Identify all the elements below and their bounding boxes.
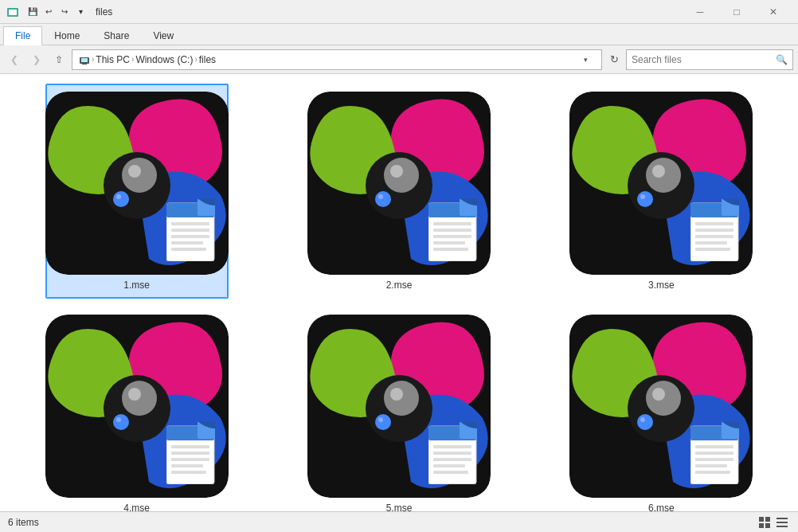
address-bar: ❮ ❯ ⇧ › This PC › Windows (C:) › files ▾… [0, 45, 798, 74]
svg-rect-91 [759, 523, 764, 528]
quick-access-bar: 💾 ↩ ↪ ▾ [25, 5, 88, 19]
svg-rect-94 [776, 522, 788, 523]
doc-overlay-1 [166, 194, 224, 264]
svg-rect-58 [171, 458, 209, 461]
file-icon-2 [307, 92, 491, 275]
svg-rect-17 [171, 241, 203, 244]
file-item-2[interactable]: 2.mse [307, 84, 491, 299]
svg-rect-74 [433, 471, 468, 474]
svg-rect-3 [81, 58, 88, 62]
file-grid: 1.mse [0, 74, 798, 511]
minimize-button[interactable]: ─ [682, 0, 718, 24]
svg-rect-45 [695, 241, 727, 244]
svg-point-37 [637, 191, 653, 207]
back-button[interactable]: ❮ [5, 50, 24, 69]
svg-rect-72 [433, 458, 471, 461]
svg-rect-70 [433, 445, 471, 448]
svg-point-36 [652, 165, 665, 178]
file-label-3: 3.mse [648, 280, 675, 291]
svg-rect-42 [695, 222, 733, 225]
svg-rect-95 [776, 526, 788, 527]
file-icon-3 [569, 92, 753, 275]
file-label-6: 6.mse [648, 503, 675, 511]
file-label-4: 4.mse [123, 503, 150, 511]
svg-rect-84 [695, 445, 733, 448]
svg-point-51 [113, 414, 129, 430]
svg-rect-32 [433, 248, 468, 251]
search-icon: 🔍 [776, 54, 788, 65]
ribbon-tabs: File Home Share View [0, 24, 798, 45]
forward-button[interactable]: ❯ [27, 50, 46, 69]
svg-rect-14 [171, 222, 209, 225]
svg-rect-85 [695, 452, 733, 455]
svg-rect-15 [171, 229, 209, 232]
tab-share[interactable]: Share [92, 26, 141, 45]
svg-rect-59 [171, 464, 203, 467]
file-item-5[interactable]: 5.mse [307, 307, 491, 511]
svg-rect-28 [433, 222, 471, 225]
svg-rect-71 [433, 452, 471, 455]
svg-point-22 [390, 165, 403, 178]
file-icon-1 [45, 92, 229, 275]
dropdown-address-btn[interactable]: ▾ [576, 50, 595, 69]
svg-rect-87 [695, 464, 727, 467]
crumb-files[interactable]: files [199, 54, 216, 65]
doc-overlay-6 [690, 417, 748, 487]
svg-point-66 [378, 417, 383, 422]
doc-overlay-4 [166, 417, 224, 487]
up-button[interactable]: ⇧ [49, 50, 68, 69]
svg-rect-4 [82, 64, 87, 65]
qa-dropdown-btn[interactable]: ▾ [73, 5, 88, 19]
doc-overlay-5 [428, 417, 486, 487]
list-view-icon [776, 516, 788, 529]
tile-view-btn[interactable] [757, 514, 773, 530]
svg-point-65 [375, 414, 391, 430]
svg-point-24 [378, 194, 383, 199]
crumb-this-pc[interactable]: This PC [96, 54, 130, 65]
file-area: 1.mse [0, 74, 798, 511]
svg-point-10 [116, 194, 121, 199]
svg-rect-57 [171, 452, 209, 455]
svg-rect-92 [765, 523, 770, 528]
doc-overlay-3 [690, 194, 748, 264]
svg-point-38 [640, 194, 645, 199]
svg-point-79 [637, 414, 653, 430]
ribbon: File Home Share View [0, 24, 798, 45]
svg-rect-44 [695, 235, 733, 238]
maximize-button[interactable]: □ [718, 0, 755, 24]
search-box[interactable]: 🔍 [626, 49, 793, 70]
refresh-button[interactable]: ↻ [605, 51, 623, 68]
svg-point-52 [116, 417, 121, 422]
svg-rect-46 [695, 248, 730, 251]
save-qa-btn[interactable]: 💾 [25, 5, 40, 19]
undo-qa-btn[interactable]: ↩ [41, 5, 56, 19]
svg-point-80 [640, 417, 645, 422]
list-view-btn[interactable] [774, 514, 790, 530]
search-input[interactable] [632, 54, 773, 65]
svg-point-23 [375, 191, 391, 207]
svg-point-8 [128, 165, 141, 178]
svg-rect-89 [759, 517, 764, 522]
svg-rect-56 [171, 445, 209, 448]
address-input[interactable]: › This PC › Windows (C:) › files ▾ [72, 49, 602, 70]
title-bar: 💾 ↩ ↪ ▾ files ─ □ ✕ [0, 0, 798, 24]
status-item-count: 6 items [8, 517, 39, 528]
file-label-5: 5.mse [386, 503, 413, 511]
close-button[interactable]: ✕ [755, 0, 792, 24]
file-item-4[interactable]: 4.mse [45, 307, 229, 511]
redo-qa-btn[interactable]: ↪ [57, 5, 72, 19]
tab-home[interactable]: Home [42, 26, 92, 45]
crumb-windows-c[interactable]: Windows (C:) [135, 54, 193, 65]
file-item-3[interactable]: 3.mse [569, 84, 753, 299]
file-label-1: 1.mse [123, 280, 150, 291]
tab-file[interactable]: File [3, 26, 42, 45]
file-item-1[interactable]: 1.mse [45, 84, 229, 299]
svg-rect-73 [433, 464, 465, 467]
svg-rect-30 [433, 235, 471, 238]
svg-point-9 [113, 191, 129, 207]
file-item-6[interactable]: 6.mse [569, 307, 753, 511]
window-title: files [96, 6, 112, 18]
tab-view[interactable]: View [141, 26, 186, 45]
title-bar-icons [6, 6, 19, 18]
doc-overlay-2 [428, 194, 486, 264]
